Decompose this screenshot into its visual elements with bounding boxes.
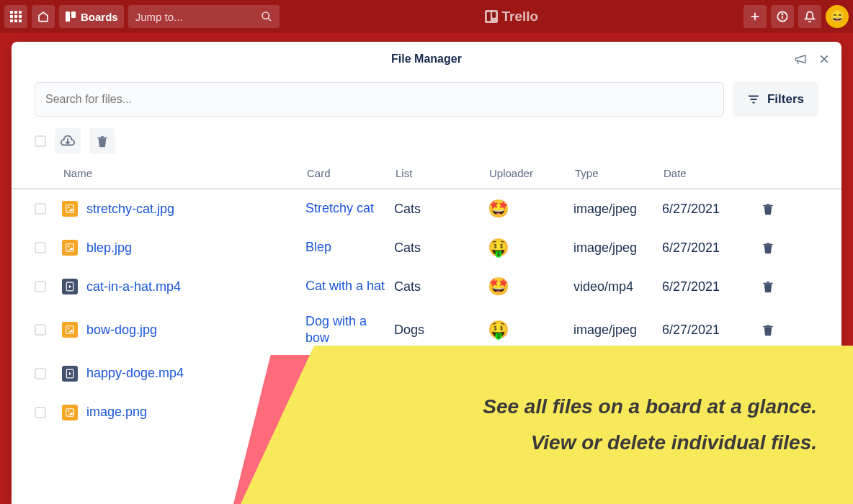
promo-line-2: View or delete individual files. <box>531 425 817 461</box>
file-name-link[interactable]: bow-dog.jpg <box>86 323 157 338</box>
video-file-icon <box>62 279 78 294</box>
topbar: Boards Jump to... Trello 😄 <box>0 0 853 33</box>
type-cell: image/jpeg <box>573 323 662 338</box>
filters-label: Filters <box>767 92 804 107</box>
type-cell: image/jpeg <box>573 240 662 256</box>
card-link[interactable]: Cat with a hat <box>305 279 389 293</box>
bell-icon <box>804 11 816 22</box>
file-name-link[interactable]: image.png <box>86 405 147 420</box>
card-link[interactable]: Blep <box>305 240 336 254</box>
search-input[interactable] <box>35 82 724 117</box>
row-checkbox[interactable] <box>35 203 46 215</box>
announce-button[interactable] <box>794 53 807 66</box>
list-cell: Cats <box>394 240 488 256</box>
svg-rect-29 <box>66 244 74 252</box>
col-list: List <box>396 167 489 179</box>
row-delete-button[interactable] <box>762 241 783 254</box>
info-icon <box>777 11 788 22</box>
file-name-link[interactable]: happy-doge.mp4 <box>86 366 184 381</box>
col-date: Date <box>664 167 763 179</box>
file-name-link[interactable]: cat-in-a-hat.mp4 <box>86 279 181 294</box>
type-cell: image/jpeg <box>573 202 662 217</box>
create-button[interactable] <box>743 5 767 28</box>
close-button[interactable] <box>818 53 830 65</box>
svg-point-38 <box>68 410 69 412</box>
megaphone-icon <box>794 53 807 66</box>
uploader-avatar: 🤑 <box>488 238 509 257</box>
col-type: Type <box>575 167 664 179</box>
promo-banner: See all files on a board at a glance. Vi… <box>241 346 853 504</box>
home-icon <box>37 11 49 22</box>
card-link[interactable]: Stretchy cat <box>305 201 378 215</box>
card-link[interactable]: Dog with a bow <box>305 314 367 345</box>
svg-rect-27 <box>66 205 74 213</box>
apps-button[interactable] <box>4 5 27 28</box>
svg-rect-15 <box>492 12 496 18</box>
user-avatar[interactable]: 😄 <box>826 5 849 28</box>
trash-icon <box>96 135 109 148</box>
date-cell: 6/27/2021 <box>662 279 762 294</box>
bulk-delete-button[interactable] <box>89 128 115 154</box>
svg-marker-32 <box>69 285 72 289</box>
row-delete-button[interactable] <box>762 202 783 215</box>
col-uploader: Uploader <box>489 167 575 179</box>
row-checkbox[interactable] <box>35 407 46 418</box>
row-checkbox[interactable] <box>35 324 46 336</box>
filters-button[interactable]: Filters <box>733 82 818 117</box>
svg-point-30 <box>68 246 69 247</box>
boards-label: Boards <box>81 11 118 23</box>
image-file-icon <box>62 322 78 338</box>
svg-rect-13 <box>485 10 498 23</box>
row-delete-button[interactable] <box>762 280 783 293</box>
cloud-download-icon <box>60 133 76 149</box>
home-button[interactable] <box>32 5 55 28</box>
list-cell: Dogs <box>394 323 488 338</box>
svg-rect-8 <box>19 19 22 22</box>
uploader-avatar: 🤑 <box>488 320 509 339</box>
jump-to-search[interactable]: Jump to... <box>128 5 280 28</box>
type-cell: video/mp4 <box>573 279 662 294</box>
video-file-icon <box>62 366 78 382</box>
list-cell: Cats <box>394 202 488 217</box>
grid-icon <box>10 11 22 22</box>
row-delete-button[interactable] <box>762 323 783 336</box>
trello-logo-icon <box>485 10 498 23</box>
svg-point-20 <box>782 14 782 14</box>
boards-button[interactable]: Boards <box>59 5 124 28</box>
file-name-link[interactable]: blep.jpg <box>86 240 132 256</box>
svg-rect-6 <box>10 19 13 22</box>
svg-rect-9 <box>66 12 70 22</box>
brand-text: Trello <box>502 9 539 24</box>
plus-icon <box>749 11 761 22</box>
row-checkbox[interactable] <box>35 242 46 253</box>
svg-rect-4 <box>14 15 17 18</box>
col-name: Name <box>63 167 307 179</box>
svg-rect-3 <box>10 15 13 18</box>
date-cell: 6/27/2021 <box>662 202 762 217</box>
table-header: Name Card List Uploader Type Date <box>12 160 841 189</box>
select-all-checkbox[interactable] <box>35 135 46 147</box>
image-file-icon <box>62 201 78 217</box>
panel-header: File Manager <box>12 42 841 76</box>
svg-rect-37 <box>66 409 74 417</box>
search-icon <box>261 11 272 22</box>
table-row: cat-in-a-hat.mp4Cat with a hatCats🤩video… <box>12 267 841 306</box>
row-checkbox[interactable] <box>35 281 46 292</box>
uploader-avatar: 🤩 <box>488 276 509 296</box>
close-icon <box>818 53 830 65</box>
file-name-link[interactable]: stretchy-cat.jpg <box>86 202 174 217</box>
toolbar: Filters <box>12 76 841 122</box>
svg-rect-14 <box>486 12 490 21</box>
jump-to-placeholder: Jump to... <box>135 11 183 23</box>
svg-rect-5 <box>19 15 22 18</box>
notifications-button[interactable] <box>798 5 821 28</box>
col-card: Card <box>307 167 396 179</box>
svg-line-12 <box>268 18 271 21</box>
board-icon <box>65 11 76 22</box>
download-button[interactable] <box>55 128 81 154</box>
row-checkbox[interactable] <box>35 368 46 379</box>
panel-title: File Manager <box>391 53 462 66</box>
info-button[interactable] <box>771 5 794 28</box>
bulk-actions <box>12 122 841 160</box>
svg-point-11 <box>262 12 269 19</box>
